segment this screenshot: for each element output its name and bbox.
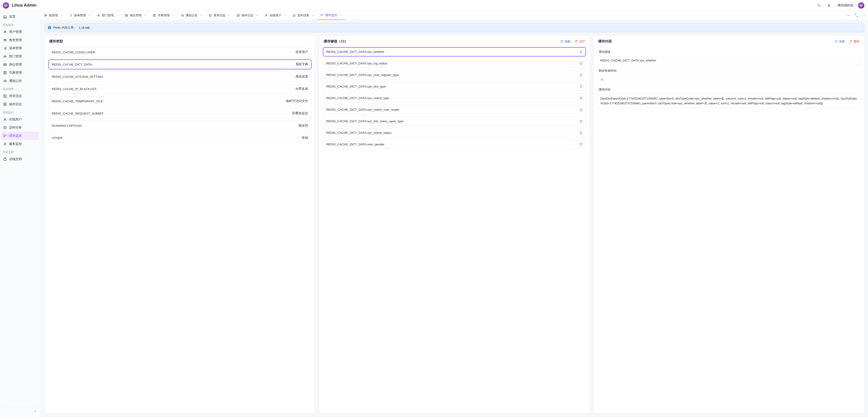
tab-close-button[interactable] [227,13,231,17]
sidebar-item-cron[interactable]: 定时任务 [1,124,39,132]
tab-notice[interactable]: 通知公告 [178,11,206,20]
cache-type-row[interactable]: REDIS_CACHE_IP_BLACKLIST:IP黑名单 [49,84,311,94]
sidebar-item-op-log[interactable]: 操作日志 [1,100,39,108]
cache-type-key: REDIS_CACHE_TEMPORARY_FILE: [52,100,283,103]
gear-icon [3,142,7,146]
cache-key-row[interactable]: REDIS_CACHE_DICT_DATA:sys_notice_type [323,94,586,103]
delete-key-button[interactable] [580,120,583,123]
fullscreen-toggle[interactable] [815,2,823,9]
cache-key-row[interactable]: REDIS_CACHE_DICT_DATA:sys_user_register_… [323,70,586,79]
list-icon [69,14,72,17]
cache-content-card: 缓存内容 刷新 删除 缓存键 [593,35,864,413]
tab-dept-mgmt[interactable]: 部门管理 [94,11,122,20]
sidebar-item-backend-doc[interactable]: 后端文档 [1,155,39,163]
id-icon [3,63,7,66]
sidebar-item-post-mgmt[interactable]: 岗位管理 [1,61,39,69]
sidebar-item-home[interactable]: 首页 [1,13,39,21]
cache-key-row[interactable]: REDIS_CACHE_DICT_DATA:sys_notice_user_sc… [323,105,586,114]
cache-key-row[interactable]: REDIS_CACHE_DICT_DATA:sys_link_menu_open… [323,116,586,126]
tab-close-button[interactable] [60,13,63,17]
cat-icon [859,3,863,7]
cache-type-row[interactable]: OTHER其他 [49,133,311,143]
sidebar-item-menu-mgmt[interactable]: 菜单管理 [1,44,39,53]
cache-type-row[interactable]: REDIS_CACHE_DICT_DATA:系统字典 [49,60,311,69]
tab-close-button[interactable] [283,13,287,17]
trash-icon [575,40,578,43]
tab-close-button[interactable] [172,13,175,17]
tab-close-button[interactable] [255,13,259,17]
tab-menu-mgmt[interactable]: 菜单管理 [66,11,94,20]
cache-type-row[interactable]: REDIS_CACHE_REQUEST_SUBMIT:防重复提交 [49,108,311,118]
tab-role-mgmt[interactable]: 色管理 [41,11,66,20]
cache-key-row[interactable]: REDIS_CACHE_DICT_DATA:sys_notice_status [323,128,586,137]
tab-label: 缓存监控 [326,13,337,17]
tab-close-button[interactable] [88,13,91,17]
tab-op-log[interactable]: 操作日志 [234,11,261,20]
org-name[interactable]: 狸花猫科技 [838,3,854,7]
delete-content-button[interactable]: 删除 [849,39,860,43]
cache-key-row[interactable]: REDIS_CACHE_DICT_DATA:sys_dict_type [323,82,586,91]
tab-close-button[interactable] [339,13,343,17]
sidebar-item-cache[interactable]: 缓存监控 [1,132,39,140]
refresh-content-button[interactable]: 刷新 [835,39,845,43]
trash-icon [580,50,583,54]
sidebar-item-label: 登录日志 [9,94,22,98]
tab-close-button[interactable] [311,13,315,17]
cache-type-row[interactable]: REDIS_CACHE_SYSTEM_SETTING:系统设置 [49,72,311,82]
tab-cron[interactable]: 定时任务 [289,11,317,20]
cache-type-key: RUNNING:CAPTCHA: [52,124,296,128]
tab-dict-mgmt[interactable]: 字典管理 [150,11,178,20]
close-icon [144,14,147,16]
delete-key-button[interactable] [580,143,583,146]
cache-key-row[interactable]: REDIS_CACHE_DICT_DATA:sys_whether [323,47,586,57]
delete-key-button[interactable] [580,131,583,135]
info-icon: i [48,26,51,29]
cache-type-row[interactable]: RUNNING:CAPTCHA:验证码 [49,120,311,131]
delete-key-button[interactable] [580,50,583,54]
sidebar-group-title: 日志管理 [1,85,39,92]
tab-close-button[interactable] [199,13,203,17]
user-icon [265,14,268,17]
cache-type-row[interactable]: REDIS_CACHE_LOGIN_USER:登录用户 [49,47,311,57]
notifications-button[interactable] [825,2,833,9]
sidebar-item-server[interactable]: 服务监控 [1,140,39,148]
user-icon [3,118,7,121]
cache-type-key: REDIS_CACHE_DICT_DATA: [52,63,293,66]
cache-type-row[interactable]: REDIS_CACHE_TEMPORARY_FILE:临时可访问文件 [49,96,311,106]
delete-key-button[interactable] [580,62,583,65]
tab-label: 定时任务 [298,13,309,18]
setting-icon [237,14,240,17]
clear-keys-button[interactable]: 清空 [575,39,585,43]
sidebar-item-notice[interactable]: 通知公告 [1,77,39,85]
tab-online[interactable]: 在线用户 [261,11,289,20]
tabs-more-button[interactable] [845,11,852,20]
user-icon [3,30,7,34]
sidebar-item-dept-mgmt[interactable]: 部门管理 [1,53,39,61]
cache-key-row[interactable]: REDIS_CACHE_DICT_DATA:sys_log_status [323,59,586,68]
delete-key-button[interactable] [580,97,583,100]
sidebar-item-login-log[interactable]: 登录日志 [1,92,39,100]
refresh-keys-button[interactable]: 刷新 [560,39,570,43]
tabs-menu-button[interactable] [860,11,868,20]
delete-key-button[interactable] [580,73,583,77]
tab-close-button[interactable] [144,13,147,17]
sidebar-collapse[interactable] [1,407,39,415]
tab-post-mgmt[interactable]: 岗位管理 [122,11,150,20]
clock-icon [292,14,296,17]
sidebar-item-dict-mgmt[interactable]: 字典管理 [1,69,39,77]
more-icon [847,13,850,17]
tab-cache[interactable]: 缓存监控 [317,11,345,20]
cache-key-row[interactable]: REDIS_CACHE_DICT_DATA:user_gender [323,140,586,149]
cache-key-name: REDIS_CACHE_DICT_DATA:sys_notice_type [326,96,577,100]
tabs-fullscreen-button[interactable] [852,11,860,20]
sidebar-item-role-mgmt[interactable]: 角色管理 [1,36,39,44]
delete-key-button[interactable] [580,108,583,111]
sidebar-group-title: 系统监控 [1,108,39,115]
chevron-left-icon [34,410,37,413]
sidebar-item-online[interactable]: 在线用户 [1,115,39,124]
sidebar-item-user-mgmt[interactable]: 用户管理 [1,28,39,36]
avatar[interactable] [858,2,864,9]
tab-login-log[interactable]: 登录日志 [206,11,234,20]
delete-key-button[interactable] [580,85,583,88]
tab-close-button[interactable] [116,13,119,17]
